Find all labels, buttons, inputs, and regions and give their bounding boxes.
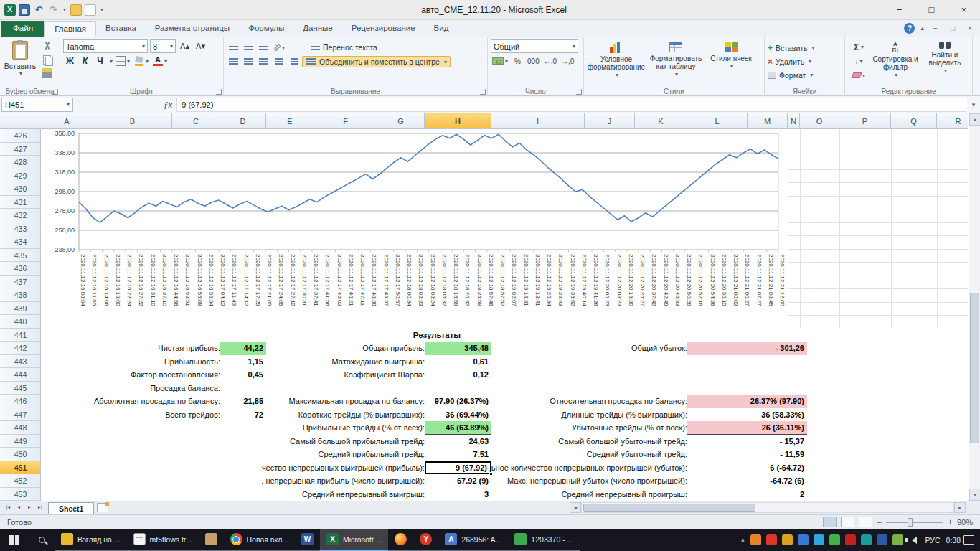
increase-decimal-button[interactable]: ←,0 <box>542 55 558 67</box>
scroll-down-icon[interactable]: ▾ <box>969 489 980 501</box>
app-word[interactable]: W <box>295 529 320 551</box>
save-icon[interactable] <box>19 4 30 16</box>
row-header-438[interactable]: 438 <box>0 288 41 302</box>
font-size-combo[interactable]: 8 ▾ <box>150 39 176 53</box>
scroll-right-icon[interactable]: ▸ <box>954 502 966 513</box>
paste-button[interactable]: Вставить ▾ <box>3 39 37 80</box>
tray-volume[interactable] <box>908 537 917 544</box>
insert-cells-button[interactable]: + Вставить ▾ <box>768 41 842 55</box>
decrease-indent-button[interactable] <box>272 55 286 68</box>
next-sheet-icon[interactable]: ▸ <box>24 502 34 512</box>
workbook-close-button[interactable]: × <box>964 24 976 32</box>
cut-button[interactable] <box>40 39 54 52</box>
comma-format-button[interactable]: 000 <box>526 55 541 67</box>
ribbon-tab-данные[interactable]: Данные <box>293 21 342 37</box>
underline-button[interactable]: Ч <box>93 55 107 67</box>
increase-indent-button[interactable] <box>287 55 301 68</box>
conditional-formatting-button[interactable]: Условное форматирование ▾ <box>587 40 646 86</box>
ribbon-tab-вид[interactable]: Вид <box>425 21 458 37</box>
borders-button[interactable]: ▾ <box>114 55 131 67</box>
zoom-level[interactable]: 90% <box>957 518 973 527</box>
maximize-button[interactable]: □ <box>915 0 948 20</box>
column-header-F[interactable]: F <box>314 113 377 129</box>
fill-color-button[interactable]: ▾ <box>133 55 150 67</box>
page-break-view-icon[interactable] <box>859 517 872 527</box>
scroll-left-icon[interactable]: ◂ <box>570 502 581 513</box>
tray-app-orange[interactable] <box>750 534 761 545</box>
align-left-button[interactable] <box>227 55 240 68</box>
start-button[interactable] <box>0 529 29 551</box>
row-header-448[interactable]: 448 <box>0 421 41 435</box>
grow-font-button[interactable]: A▴ <box>178 40 192 53</box>
last-sheet-icon[interactable]: ▸| <box>35 502 45 512</box>
row-header-433[interactable]: 433 <box>0 222 41 236</box>
format-cells-button[interactable]: Формат ▾ <box>768 68 842 82</box>
customize-caret-icon[interactable]: ▾ <box>99 4 105 16</box>
column-header-H[interactable]: H <box>425 113 491 129</box>
align-center-button[interactable] <box>242 55 255 68</box>
hidden-icons-chevron[interactable]: ∧ <box>740 537 745 544</box>
row-header-451[interactable]: 451 <box>0 461 41 475</box>
font-name-combo[interactable]: Tahoma ▾ <box>63 39 148 53</box>
cell-styles-button[interactable]: Стили ячеек ▾ <box>706 40 756 86</box>
column-header-P[interactable]: P <box>839 113 891 129</box>
column-header-M[interactable]: M <box>748 113 788 129</box>
prev-sheet-icon[interactable]: ◂ <box>14 502 24 512</box>
row-header-436[interactable]: 436 <box>0 262 41 276</box>
column-header-J[interactable]: J <box>585 113 635 129</box>
insert-worksheet-icon[interactable] <box>97 503 108 512</box>
tray-app-teal[interactable] <box>861 534 872 545</box>
bold-button[interactable]: Ж <box>63 55 77 67</box>
column-header-O[interactable]: O <box>800 113 839 129</box>
decrease-decimal-button[interactable]: →,0 <box>560 55 575 67</box>
delete-cells-button[interactable]: × Удалить ▾ <box>768 55 842 68</box>
align-top-button[interactable] <box>227 41 240 54</box>
app-tradingview[interactable]: 1203370 - ... <box>508 529 580 551</box>
workbook-restore-button[interactable]: □ <box>947 24 958 32</box>
minimize-button[interactable]: − <box>883 0 915 20</box>
horizontal-scrollbar-thumb[interactable] <box>583 504 755 512</box>
expand-formula-bar-icon[interactable]: ▾ <box>967 101 980 108</box>
column-header-G[interactable]: G <box>377 113 425 129</box>
row-header-453[interactable]: 453 <box>0 488 41 501</box>
vertical-scrollbar-thumb[interactable] <box>970 293 979 443</box>
row-header-452[interactable]: 452 <box>0 474 41 488</box>
row-header-449[interactable]: 449 <box>0 435 41 448</box>
wrap-text-button[interactable]: Перенос текста <box>308 42 380 52</box>
align-right-button[interactable] <box>257 55 270 68</box>
column-header-K[interactable]: K <box>635 113 687 129</box>
row-header-434[interactable]: 434 <box>0 235 41 249</box>
tray-app-red[interactable] <box>766 534 777 545</box>
percent-format-button[interactable]: % <box>511 55 524 67</box>
taskbar-search-button[interactable] <box>29 529 55 551</box>
app-firefox[interactable] <box>388 529 413 551</box>
tray-app-lime[interactable] <box>892 534 903 545</box>
alignment-dialog-launcher[interactable] <box>480 89 486 95</box>
column-header-R[interactable]: R <box>937 113 968 129</box>
ribbon-tab-рецензирование[interactable]: Рецензирование <box>342 21 425 37</box>
redo-icon[interactable]: ↷ <box>47 4 59 16</box>
tray-app-green[interactable] <box>829 534 840 545</box>
row-header-439[interactable]: 439 <box>0 302 41 316</box>
column-header-I[interactable]: I <box>491 113 585 129</box>
zoom-slider[interactable] <box>886 522 943 523</box>
tray-telegram[interactable] <box>814 534 824 545</box>
fill-button[interactable]: ↓▾ <box>848 55 870 67</box>
number-dialog-launcher[interactable] <box>576 89 582 95</box>
ribbon-tab-разметка-страницы[interactable]: Разметка страницы <box>146 21 239 37</box>
row-header-426[interactable]: 426 <box>0 129 41 143</box>
italic-button[interactable]: К <box>78 55 92 67</box>
shrink-font-button[interactable]: A▾ <box>194 40 207 53</box>
clear-button[interactable]: ▾ <box>848 69 870 82</box>
formula-input[interactable]: 9 (67.92) <box>176 98 967 112</box>
row-header-431[interactable]: 431 <box>0 196 41 209</box>
column-header-L[interactable]: L <box>687 113 748 129</box>
minimize-ribbon-icon[interactable]: ▴ <box>920 24 924 32</box>
clipboard-dialog-launcher[interactable] <box>52 89 58 95</box>
number-format-combo[interactable]: Общий ▾ <box>491 39 578 53</box>
column-header-E[interactable]: E <box>266 113 314 129</box>
column-header-N[interactable]: N <box>788 113 800 129</box>
vertical-scrollbar[interactable]: ▴ ▾ <box>969 113 980 501</box>
row-header-429[interactable]: 429 <box>0 169 41 183</box>
excel-logo-icon[interactable] <box>4 4 16 16</box>
